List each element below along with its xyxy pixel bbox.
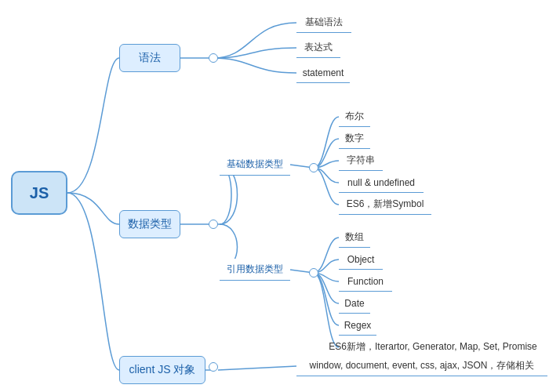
leaf-statement-label: statement (303, 67, 344, 78)
circle-client (209, 362, 218, 372)
leaf-shuzu-label: 数组 (345, 230, 364, 244)
l2-yinyong-label: 引用数据类型 (227, 263, 283, 276)
l1-shuju-label: 数据类型 (128, 217, 172, 231)
leaf-zifuchuan: 字符串 (339, 151, 383, 171)
leaf-biaodashi: 表达式 (296, 38, 340, 58)
l1-yufa-node: 语法 (119, 44, 180, 72)
leaf-es6symbol-label: ES6，新增Symbol (347, 198, 424, 211)
l2-yinyong-node: 引用数据类型 (220, 259, 290, 281)
leaf-regex: Regex (339, 315, 376, 336)
circle-yufa (209, 53, 218, 63)
root-label: JS (30, 184, 49, 202)
leaf-es6new-label: ES6新增，Iterartor, Generator, Map, Set, Pr… (329, 340, 536, 354)
l1-yufa-label: 语法 (139, 51, 161, 65)
leaf-null: null & undefined (339, 172, 424, 193)
leaf-buer: 布尔 (339, 107, 370, 127)
leaf-buer-label: 布尔 (345, 110, 364, 123)
leaf-object: Object (339, 249, 383, 270)
connector-lines (0, 0, 549, 392)
leaf-function-label: Function (347, 276, 384, 287)
root-node: JS (11, 171, 67, 215)
leaf-date-label: Date (344, 298, 364, 309)
leaf-es6new: ES6新增，Iterartor, Generator, Map, Set, Pr… (339, 337, 527, 358)
leaf-biaodashi-label: 表达式 (304, 41, 333, 54)
l1-client-label: client JS 对象 (129, 363, 196, 377)
leaf-object-label: Object (347, 254, 375, 265)
leaf-function: Function (339, 271, 392, 292)
leaf-es6symbol: ES6，新增Symbol (339, 194, 431, 215)
l2-jichu-label: 基础数据类型 (227, 158, 283, 171)
leaf-shuzi-label: 数字 (345, 132, 364, 145)
leaf-statement: statement (296, 63, 350, 83)
leaf-regex-label: Regex (344, 320, 372, 331)
l1-shuju-node: 数据类型 (119, 210, 180, 238)
leaf-null-label: null & undefined (347, 177, 415, 188)
leaf-shuzi: 数字 (339, 129, 370, 149)
leaf-jichuyu: 基础语法 (296, 13, 351, 33)
circle-shuju (209, 220, 218, 229)
svg-line-5 (218, 366, 296, 370)
leaf-zifuchuan-label: 字符串 (347, 154, 375, 167)
circle-jichu (309, 163, 318, 172)
leaf-date: Date (339, 293, 370, 314)
l2-jichu-node: 基础数据类型 (220, 154, 290, 176)
leaf-client: window, document, event, css, ajax, JSON… (296, 356, 547, 376)
circle-yinyong (309, 268, 318, 278)
l1-client-node: client JS 对象 (119, 356, 205, 384)
leaf-client-label: window, document, event, css, ajax, JSON… (310, 359, 535, 372)
leaf-shuzu: 数组 (339, 227, 370, 248)
leaf-jichuyu-label: 基础语法 (305, 16, 343, 29)
mind-map: JS 语法 数据类型 client JS 对象 基础数据类型 引用数据类型 基础… (0, 0, 549, 392)
